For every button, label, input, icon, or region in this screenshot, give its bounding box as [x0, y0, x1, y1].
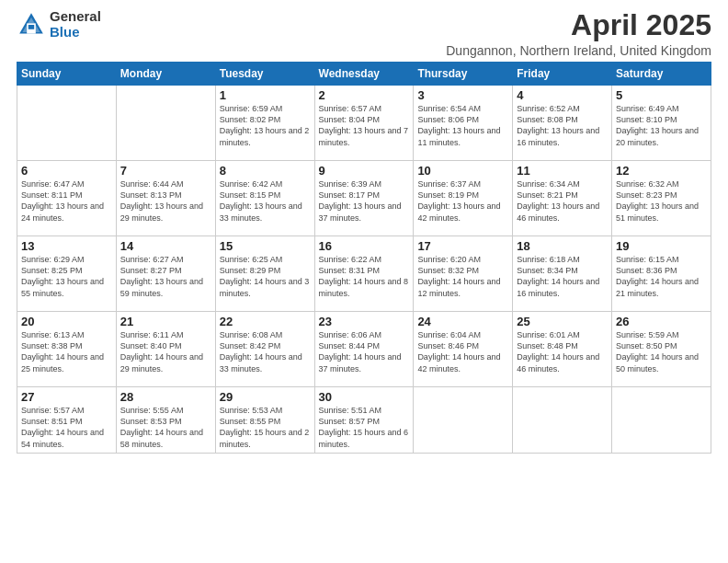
day-number: 6	[21, 164, 112, 178]
day-info: Sunrise: 6:15 AM Sunset: 8:36 PM Dayligh…	[616, 254, 707, 299]
table-row: 17Sunrise: 6:20 AM Sunset: 8:32 PM Dayli…	[414, 236, 513, 312]
table-row: 19Sunrise: 6:15 AM Sunset: 8:36 PM Dayli…	[612, 236, 711, 312]
calendar-table: Sunday Monday Tuesday Wednesday Thursday…	[17, 62, 711, 454]
day-info: Sunrise: 6:13 AM Sunset: 8:38 PM Dayligh…	[21, 329, 112, 374]
day-number: 17	[417, 239, 508, 253]
table-row: 13Sunrise: 6:29 AM Sunset: 8:25 PM Dayli…	[17, 236, 117, 312]
day-info: Sunrise: 6:42 AM Sunset: 8:15 PM Dayligh…	[220, 178, 311, 224]
table-row: 23Sunrise: 6:06 AM Sunset: 8:44 PM Dayli…	[314, 312, 414, 387]
day-info: Sunrise: 6:01 AM Sunset: 8:48 PM Dayligh…	[517, 329, 608, 374]
day-info: Sunrise: 6:08 AM Sunset: 8:42 PM Dayligh…	[220, 329, 311, 374]
day-number: 23	[319, 315, 410, 328]
table-row: 9Sunrise: 6:39 AM Sunset: 8:17 PM Daylig…	[314, 161, 414, 236]
table-row: 14Sunrise: 6:27 AM Sunset: 8:27 PM Dayli…	[116, 236, 215, 312]
day-info: Sunrise: 6:44 AM Sunset: 8:13 PM Dayligh…	[120, 178, 211, 224]
table-row	[17, 86, 117, 161]
table-row: 6Sunrise: 6:47 AM Sunset: 8:11 PM Daylig…	[17, 161, 117, 236]
day-number: 28	[120, 390, 211, 404]
table-row: 24Sunrise: 6:04 AM Sunset: 8:46 PM Dayli…	[414, 312, 513, 387]
day-info: Sunrise: 6:34 AM Sunset: 8:21 PM Dayligh…	[517, 178, 608, 224]
table-row: 28Sunrise: 5:55 AM Sunset: 8:53 PM Dayli…	[116, 387, 215, 454]
page: General Blue April 2025 Dungannon, North…	[0, 0, 728, 563]
table-row	[612, 387, 711, 454]
day-info: Sunrise: 5:57 AM Sunset: 8:51 PM Dayligh…	[21, 405, 112, 450]
logo-general: General	[50, 9, 101, 25]
table-row: 26Sunrise: 5:59 AM Sunset: 8:50 PM Dayli…	[612, 312, 711, 387]
table-row: 5Sunrise: 6:49 AM Sunset: 8:10 PM Daylig…	[612, 86, 711, 161]
table-row: 21Sunrise: 6:11 AM Sunset: 8:40 PM Dayli…	[116, 312, 215, 387]
day-info: Sunrise: 6:57 AM Sunset: 8:04 PM Dayligh…	[319, 103, 410, 148]
day-info: Sunrise: 6:37 AM Sunset: 8:19 PM Dayligh…	[417, 178, 508, 224]
col-monday: Monday	[116, 63, 215, 86]
table-row: 30Sunrise: 5:51 AM Sunset: 8:57 PM Dayli…	[314, 387, 414, 454]
day-info: Sunrise: 5:51 AM Sunset: 8:57 PM Dayligh…	[319, 405, 410, 450]
table-row: 7Sunrise: 6:44 AM Sunset: 8:13 PM Daylig…	[116, 161, 215, 236]
day-info: Sunrise: 5:55 AM Sunset: 8:53 PM Dayligh…	[120, 405, 211, 450]
table-row: 29Sunrise: 5:53 AM Sunset: 8:55 PM Dayli…	[215, 387, 314, 454]
table-row: 8Sunrise: 6:42 AM Sunset: 8:15 PM Daylig…	[215, 161, 314, 236]
day-number: 5	[616, 88, 707, 102]
day-number: 25	[517, 315, 608, 328]
day-info: Sunrise: 6:06 AM Sunset: 8:44 PM Dayligh…	[319, 329, 410, 374]
col-thursday: Thursday	[414, 63, 513, 86]
day-info: Sunrise: 6:20 AM Sunset: 8:32 PM Dayligh…	[417, 254, 508, 299]
logo-text: General Blue	[50, 9, 101, 40]
table-row	[513, 387, 612, 454]
day-number: 29	[220, 390, 311, 404]
day-number: 16	[319, 239, 410, 253]
day-number: 8	[220, 164, 311, 178]
month-title: April 2025	[446, 9, 711, 41]
day-info: Sunrise: 5:53 AM Sunset: 8:55 PM Dayligh…	[220, 405, 311, 450]
table-row: 3Sunrise: 6:54 AM Sunset: 8:06 PM Daylig…	[414, 86, 513, 161]
logo-blue: Blue	[50, 25, 101, 40]
day-number: 3	[417, 88, 508, 102]
calendar-header-row: Sunday Monday Tuesday Wednesday Thursday…	[17, 63, 711, 86]
day-info: Sunrise: 6:59 AM Sunset: 8:02 PM Dayligh…	[220, 103, 311, 148]
day-number: 10	[417, 164, 508, 178]
col-tuesday: Tuesday	[215, 63, 314, 86]
day-number: 30	[319, 390, 410, 404]
table-row: 22Sunrise: 6:08 AM Sunset: 8:42 PM Dayli…	[215, 312, 314, 387]
day-number: 13	[21, 239, 112, 253]
day-number: 9	[319, 164, 410, 178]
day-info: Sunrise: 6:54 AM Sunset: 8:06 PM Dayligh…	[417, 103, 508, 148]
day-info: Sunrise: 6:25 AM Sunset: 8:29 PM Dayligh…	[220, 254, 311, 299]
col-friday: Friday	[513, 63, 612, 86]
table-row: 2Sunrise: 6:57 AM Sunset: 8:04 PM Daylig…	[314, 86, 414, 161]
table-row: 16Sunrise: 6:22 AM Sunset: 8:31 PM Dayli…	[314, 236, 414, 312]
day-number: 15	[220, 239, 311, 253]
logo: General Blue	[17, 9, 101, 40]
col-sunday: Sunday	[17, 63, 117, 86]
table-row	[414, 387, 513, 454]
day-info: Sunrise: 5:59 AM Sunset: 8:50 PM Dayligh…	[616, 329, 707, 374]
day-number: 1	[220, 88, 311, 102]
day-number: 26	[616, 315, 707, 328]
table-row: 25Sunrise: 6:01 AM Sunset: 8:48 PM Dayli…	[513, 312, 612, 387]
day-number: 7	[120, 164, 211, 178]
day-info: Sunrise: 6:11 AM Sunset: 8:40 PM Dayligh…	[120, 329, 211, 374]
day-number: 12	[616, 164, 707, 178]
day-number: 4	[517, 88, 608, 102]
day-info: Sunrise: 6:39 AM Sunset: 8:17 PM Dayligh…	[319, 178, 410, 224]
day-number: 19	[616, 239, 707, 253]
col-wednesday: Wednesday	[314, 63, 414, 86]
table-row: 18Sunrise: 6:18 AM Sunset: 8:34 PM Dayli…	[513, 236, 612, 312]
table-row: 20Sunrise: 6:13 AM Sunset: 8:38 PM Dayli…	[17, 312, 117, 387]
day-info: Sunrise: 6:52 AM Sunset: 8:08 PM Dayligh…	[517, 103, 608, 148]
day-number: 11	[517, 164, 608, 178]
table-row: 12Sunrise: 6:32 AM Sunset: 8:23 PM Dayli…	[612, 161, 711, 236]
day-number: 14	[120, 239, 211, 253]
col-saturday: Saturday	[612, 63, 711, 86]
day-info: Sunrise: 6:32 AM Sunset: 8:23 PM Dayligh…	[616, 178, 707, 224]
day-info: Sunrise: 6:49 AM Sunset: 8:10 PM Dayligh…	[616, 103, 707, 148]
day-info: Sunrise: 6:04 AM Sunset: 8:46 PM Dayligh…	[417, 329, 508, 374]
table-row	[116, 86, 215, 161]
day-info: Sunrise: 6:29 AM Sunset: 8:25 PM Dayligh…	[21, 254, 112, 299]
day-number: 2	[319, 88, 410, 102]
day-info: Sunrise: 6:27 AM Sunset: 8:27 PM Dayligh…	[120, 254, 211, 299]
svg-rect-3	[28, 25, 34, 29]
day-number: 21	[120, 315, 211, 328]
day-number: 20	[21, 315, 112, 328]
day-number: 27	[21, 390, 112, 404]
day-number: 24	[417, 315, 508, 328]
